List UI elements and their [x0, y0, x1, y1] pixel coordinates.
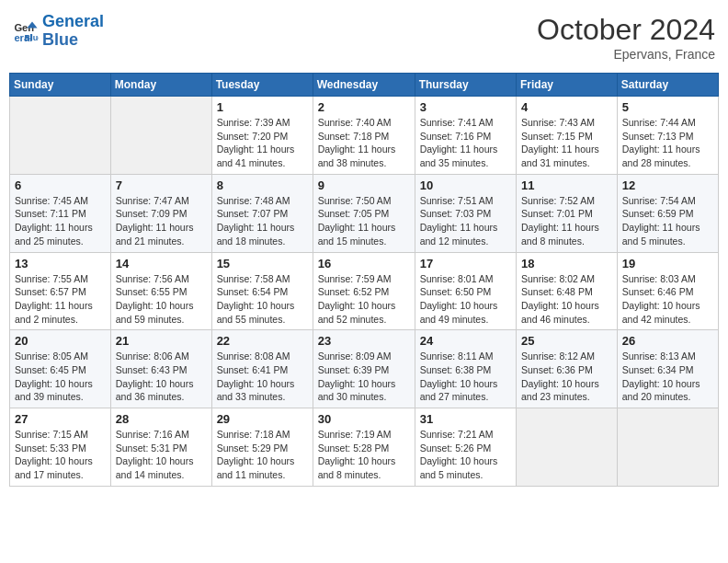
calendar-cell: 17Sunrise: 8:01 AMSunset: 6:50 PMDayligh… [415, 252, 516, 330]
day-info: Sunrise: 7:21 AMSunset: 5:26 PMDaylight:… [420, 428, 511, 482]
day-info: Sunrise: 7:44 AMSunset: 7:13 PMDaylight:… [622, 116, 713, 170]
day-number: 10 [420, 178, 511, 192]
day-number: 1 [217, 100, 308, 114]
calendar-cell [10, 97, 111, 175]
calendar-cell: 4Sunrise: 7:43 AMSunset: 7:15 PMDaylight… [517, 97, 618, 175]
weekday-header-tuesday: Tuesday [211, 74, 313, 97]
weekday-header-wednesday: Wednesday [313, 74, 415, 97]
calendar-cell: 8Sunrise: 7:48 AMSunset: 7:07 PMDaylight… [211, 174, 313, 252]
calendar-cell: 26Sunrise: 8:13 AMSunset: 6:34 PMDayligh… [617, 330, 718, 408]
day-info: Sunrise: 7:48 AMSunset: 7:07 PMDaylight:… [217, 194, 308, 248]
calendar-cell [110, 97, 211, 175]
page-header: Gen eral Blue General Blue October 2024 … [9, 9, 719, 65]
calendar-cell: 11Sunrise: 7:52 AMSunset: 7:01 PMDayligh… [517, 174, 618, 252]
title-block: October 2024 Epervans, France [537, 13, 715, 62]
calendar-cell: 14Sunrise: 7:56 AMSunset: 6:55 PMDayligh… [110, 252, 211, 330]
day-number: 7 [116, 178, 207, 192]
calendar-cell [617, 408, 718, 487]
day-number: 30 [318, 412, 410, 426]
calendar-cell: 13Sunrise: 7:55 AMSunset: 6:57 PMDayligh… [10, 252, 111, 330]
day-info: Sunrise: 8:12 AMSunset: 6:36 PMDaylight:… [521, 350, 612, 404]
day-number: 8 [217, 178, 308, 192]
day-info: Sunrise: 7:43 AMSunset: 7:15 PMDaylight:… [521, 116, 612, 170]
calendar-cell: 5Sunrise: 7:44 AMSunset: 7:13 PMDaylight… [617, 97, 718, 175]
calendar-cell: 20Sunrise: 8:05 AMSunset: 6:45 PMDayligh… [10, 330, 111, 408]
location: Epervans, France [537, 47, 715, 62]
day-number: 26 [622, 334, 713, 348]
day-number: 28 [116, 412, 207, 426]
day-info: Sunrise: 7:51 AMSunset: 7:03 PMDaylight:… [420, 194, 511, 248]
week-row-3: 13Sunrise: 7:55 AMSunset: 6:57 PMDayligh… [10, 252, 719, 330]
day-info: Sunrise: 8:05 AMSunset: 6:45 PMDaylight:… [15, 350, 106, 404]
weekday-header-monday: Monday [110, 74, 211, 97]
calendar-cell: 15Sunrise: 7:58 AMSunset: 6:54 PMDayligh… [211, 252, 313, 330]
calendar-cell: 25Sunrise: 8:12 AMSunset: 6:36 PMDayligh… [517, 330, 618, 408]
day-number: 6 [15, 178, 106, 192]
day-info: Sunrise: 8:11 AMSunset: 6:38 PMDaylight:… [420, 350, 511, 404]
day-info: Sunrise: 7:45 AMSunset: 7:11 PMDaylight:… [15, 194, 106, 248]
logo-general: General [42, 12, 104, 30]
calendar-cell: 3Sunrise: 7:41 AMSunset: 7:16 PMDaylight… [415, 97, 516, 175]
day-number: 23 [318, 334, 410, 348]
weekday-header-friday: Friday [517, 74, 618, 97]
week-row-5: 27Sunrise: 7:15 AMSunset: 5:33 PMDayligh… [10, 408, 719, 487]
day-number: 9 [318, 178, 410, 192]
day-number: 13 [15, 257, 106, 270]
day-number: 19 [622, 257, 713, 270]
day-number: 3 [420, 100, 511, 114]
calendar-cell: 22Sunrise: 8:08 AMSunset: 6:41 PMDayligh… [211, 330, 313, 408]
calendar-cell: 24Sunrise: 8:11 AMSunset: 6:38 PMDayligh… [415, 330, 516, 408]
calendar-cell: 7Sunrise: 7:47 AMSunset: 7:09 PMDaylight… [110, 174, 211, 252]
day-info: Sunrise: 8:13 AMSunset: 6:34 PMDaylight:… [622, 350, 713, 404]
month-title: October 2024 [537, 13, 715, 47]
day-number: 16 [318, 257, 410, 270]
day-number: 20 [15, 334, 106, 348]
day-info: Sunrise: 7:55 AMSunset: 6:57 PMDaylight:… [15, 272, 106, 327]
calendar-cell: 27Sunrise: 7:15 AMSunset: 5:33 PMDayligh… [10, 408, 111, 487]
day-info: Sunrise: 7:59 AMSunset: 6:52 PMDaylight:… [318, 272, 410, 327]
calendar-cell [517, 408, 618, 487]
calendar-cell: 16Sunrise: 7:59 AMSunset: 6:52 PMDayligh… [313, 252, 415, 330]
calendar-cell: 21Sunrise: 8:06 AMSunset: 6:43 PMDayligh… [110, 330, 211, 408]
calendar-cell: 1Sunrise: 7:39 AMSunset: 7:20 PMDaylight… [211, 97, 313, 175]
day-number: 14 [116, 257, 207, 270]
weekday-header-saturday: Saturday [617, 74, 718, 97]
day-number: 31 [420, 412, 511, 426]
day-number: 25 [521, 334, 612, 348]
day-info: Sunrise: 8:06 AMSunset: 6:43 PMDaylight:… [116, 350, 207, 404]
day-info: Sunrise: 7:18 AMSunset: 5:29 PMDaylight:… [217, 428, 308, 482]
weekday-header-thursday: Thursday [415, 74, 516, 97]
day-info: Sunrise: 7:58 AMSunset: 6:54 PMDaylight:… [217, 272, 308, 327]
svg-text:Blue: Blue [25, 33, 39, 42]
day-number: 12 [622, 178, 713, 192]
day-info: Sunrise: 8:08 AMSunset: 6:41 PMDaylight:… [217, 350, 308, 404]
day-number: 11 [521, 178, 612, 192]
calendar-cell: 18Sunrise: 8:02 AMSunset: 6:48 PMDayligh… [517, 252, 618, 330]
day-number: 27 [15, 412, 106, 426]
day-info: Sunrise: 7:47 AMSunset: 7:09 PMDaylight:… [116, 194, 207, 248]
logo: Gen eral Blue General Blue [13, 13, 104, 50]
calendar-cell: 23Sunrise: 8:09 AMSunset: 6:39 PMDayligh… [313, 330, 415, 408]
calendar-cell: 10Sunrise: 7:51 AMSunset: 7:03 PMDayligh… [415, 174, 516, 252]
day-info: Sunrise: 7:39 AMSunset: 7:20 PMDaylight:… [217, 116, 308, 170]
day-info: Sunrise: 7:54 AMSunset: 6:59 PMDaylight:… [622, 194, 713, 248]
day-number: 15 [217, 257, 308, 270]
calendar-cell: 29Sunrise: 7:18 AMSunset: 5:29 PMDayligh… [211, 408, 313, 487]
day-number: 5 [622, 100, 713, 114]
day-number: 22 [217, 334, 308, 348]
day-number: 21 [116, 334, 207, 348]
day-info: Sunrise: 7:56 AMSunset: 6:55 PMDaylight:… [116, 272, 207, 327]
calendar-cell: 9Sunrise: 7:50 AMSunset: 7:05 PMDaylight… [313, 174, 415, 252]
logo-text: General Blue [42, 13, 104, 50]
day-info: Sunrise: 8:03 AMSunset: 6:46 PMDaylight:… [622, 272, 713, 327]
day-number: 4 [521, 100, 612, 114]
calendar-cell: 2Sunrise: 7:40 AMSunset: 7:18 PMDaylight… [313, 97, 415, 175]
calendar-cell: 31Sunrise: 7:21 AMSunset: 5:26 PMDayligh… [415, 408, 516, 487]
logo-icon: Gen eral Blue [13, 18, 39, 44]
week-row-2: 6Sunrise: 7:45 AMSunset: 7:11 PMDaylight… [10, 174, 719, 252]
calendar-cell: 19Sunrise: 8:03 AMSunset: 6:46 PMDayligh… [617, 252, 718, 330]
day-info: Sunrise: 7:15 AMSunset: 5:33 PMDaylight:… [15, 428, 106, 482]
day-number: 2 [318, 100, 410, 114]
day-info: Sunrise: 7:41 AMSunset: 7:16 PMDaylight:… [420, 116, 511, 170]
logo-blue: Blue [42, 30, 78, 49]
